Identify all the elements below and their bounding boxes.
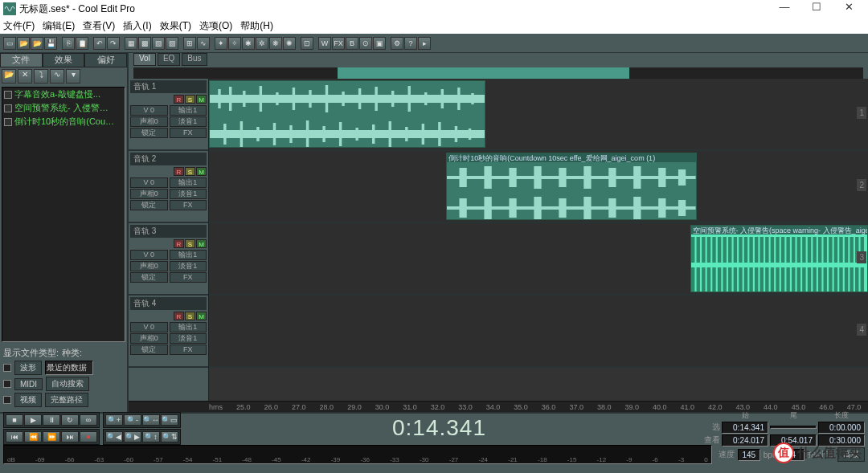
track-lane-2[interactable]: 倒计时10秒的音响(Countdown 10sec effe_爱给网_aigei… [209,151,868,223]
clip-1[interactable] [209,80,485,148]
session-overview[interactable] [133,67,863,79]
file-item-1[interactable]: 字幕音效a-敲键盘慢... [2,88,125,101]
tab-prefs[interactable]: 偏好 [84,53,127,67]
track4-rec[interactable]: R [174,312,184,320]
tool-end-icon[interactable]: ▸ [418,37,431,50]
tool-a-icon[interactable]: ▦ [125,37,137,50]
zoom-in-button[interactable]: 🔍+ [105,414,123,426]
zoom-right-button[interactable]: 🔍▶ [124,431,141,442]
zoom-v-in-button[interactable]: 🔍↕ [142,431,160,442]
play-button[interactable]: ▶ [24,414,42,426]
tool-paste-icon[interactable]: 📋 [76,37,88,50]
menu-view[interactable]: 查看(V) [83,19,115,33]
tool-redo-icon[interactable]: ↷ [107,37,120,50]
track1-rec[interactable]: R [174,95,184,104]
tool-settings-icon[interactable]: ⚙ [391,37,403,50]
zoom-left-button[interactable]: 🔍◀ [105,431,123,442]
tab-effects[interactable]: 效果 [43,53,85,67]
auto-search-button[interactable]: 自动搜索 [46,377,89,391]
track2-solo[interactable]: S [185,167,195,176]
tempo-advanced-button[interactable]: 高级 [837,447,865,462]
track4-solo[interactable]: S [185,312,195,320]
loop-button[interactable]: ∞ [80,414,97,426]
stop-button[interactable]: ■ [6,414,23,426]
goto-start-button[interactable]: ⏮ [6,431,23,442]
recent-select[interactable]: 最近的数据 [45,361,93,375]
tool-h-icon[interactable]: ✲ [256,37,268,50]
lp-insert-icon[interactable]: ⤵ [34,69,48,84]
type-midi[interactable]: MIDI [14,378,43,390]
lp-opts-icon[interactable]: ▾ [66,69,80,84]
tool-help-icon[interactable]: ? [404,37,417,50]
menu-help[interactable]: 帮助(H) [240,19,273,33]
file-item-3[interactable]: 倒计时10秒的音响(Cou… [2,115,125,128]
lp-edit-icon[interactable]: ∿ [50,69,64,84]
tool-k-icon[interactable]: ▣ [373,37,386,50]
tool-copy-icon[interactable]: ⎘ [62,37,75,50]
lp-close-icon[interactable]: ✕ [18,69,32,84]
track-area[interactable]: 1 倒计时10秒的音响(Countdown 10sec effe_爱给网_aig… [209,79,868,401]
zoom-full-button[interactable]: 🔍↔ [142,414,160,426]
minimize-button[interactable]: — [768,1,800,17]
tool-env-icon[interactable]: ∿ [197,37,210,50]
tool-cd-icon[interactable]: ⊙ [359,37,372,50]
full-path-button[interactable]: 完整路径 [45,393,88,407]
chk-midi[interactable] [3,380,11,388]
tool-fx-icon[interactable]: FX [332,37,345,50]
tool-open-icon[interactable]: 📂 [17,37,30,50]
tool-open2-icon[interactable]: 📂 [31,37,43,50]
tool-save-icon[interactable]: 💾 [44,37,57,50]
menu-edit[interactable]: 编辑(E) [43,19,75,33]
tool-group-icon[interactable]: ⊞ [183,37,196,50]
viewtab-bus[interactable]: Bus [182,53,207,66]
type-video[interactable]: 视频 [14,393,42,407]
tool-g-icon[interactable]: ✱ [242,37,255,50]
track-lane-4[interactable]: 4 [209,296,868,368]
viewtab-vol[interactable]: Vol [133,53,156,66]
clip-3[interactable]: 空间预警系统- 入侵警告(space warning- 入侵警告_aigei… [690,225,868,292]
rewind-button[interactable]: ⏪ [24,431,42,442]
menu-options[interactable]: 选项(O) [199,19,232,33]
tool-snap-icon[interactable]: ⊡ [301,37,313,50]
close-button[interactable]: ✕ [833,1,865,17]
tool-undo-icon[interactable]: ↶ [93,37,106,50]
track2-mute[interactable]: M [196,167,207,176]
sel-end[interactable] [770,426,817,429]
zoom-out-button[interactable]: 🔍- [124,414,141,426]
tab-files[interactable]: 文件 [0,53,43,67]
viewtab-eq[interactable]: EQ [158,53,180,66]
tool-i-icon[interactable]: ❋ [269,37,282,50]
tool-e-icon[interactable]: ✦ [215,37,227,50]
maximize-button[interactable]: ☐ [800,1,833,17]
record-button[interactable]: ● [80,431,97,442]
menu-file[interactable]: 文件(F) [3,19,35,33]
sel-begin[interactable]: 0:14.341 [722,422,768,434]
tool-b-icon[interactable]: ▩ [138,37,151,50]
track1-solo[interactable]: S [185,95,195,104]
menu-effects[interactable]: 效果(T) [160,19,191,33]
beats-field[interactable]: 4 [782,449,805,461]
lp-open-icon[interactable]: 📂 [2,69,16,84]
goto-end-button[interactable]: ⏭ [61,431,79,442]
tool-d-icon[interactable]: ▨ [166,37,178,50]
zoom-sel-button[interactable]: 🔍▭ [161,414,178,426]
tool-wet-icon[interactable]: W [318,37,331,50]
clip-2[interactable]: 倒计时10秒的音响(Countdown 10sec effe_爱给网_aigei… [446,153,697,220]
tool-bpm-icon[interactable]: B [346,37,358,50]
track-lane-3[interactable]: 空间预警系统- 入侵警告(space warning- 入侵警告_aigei… … [209,223,868,296]
tool-c-icon[interactable]: ▧ [152,37,165,50]
track2-rec[interactable]: R [174,167,184,176]
track3-rec[interactable]: R [174,239,184,248]
track4-mute[interactable]: M [196,312,207,320]
menu-insert[interactable]: 插入(I) [123,19,151,33]
track3-mute[interactable]: M [196,239,207,248]
zoom-v-out-button[interactable]: 🔍⇅ [161,431,178,442]
track3-solo[interactable]: S [185,239,195,248]
type-wave[interactable]: 波形 [14,361,42,375]
tool-f-icon[interactable]: ✧ [228,37,241,50]
tool-j-icon[interactable]: ✺ [283,37,296,50]
forward-button[interactable]: ⏩ [43,431,60,442]
playsel-button[interactable]: ↻ [61,414,79,426]
file-item-2[interactable]: 空间预警系统- 入侵警… [2,101,125,115]
chk-wave[interactable] [3,364,11,372]
